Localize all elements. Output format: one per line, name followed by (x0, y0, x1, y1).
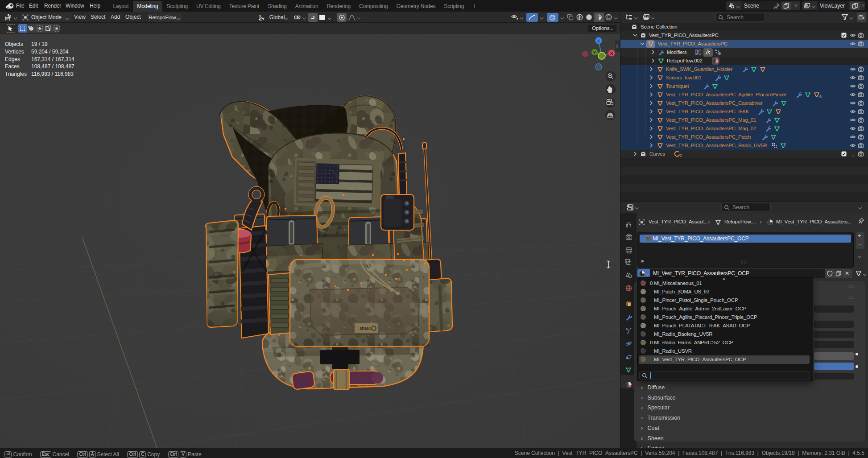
svg-text:X: X (610, 51, 613, 56)
svg-text:Y: Y (593, 50, 596, 55)
svg-text:Z: Z (597, 38, 600, 43)
